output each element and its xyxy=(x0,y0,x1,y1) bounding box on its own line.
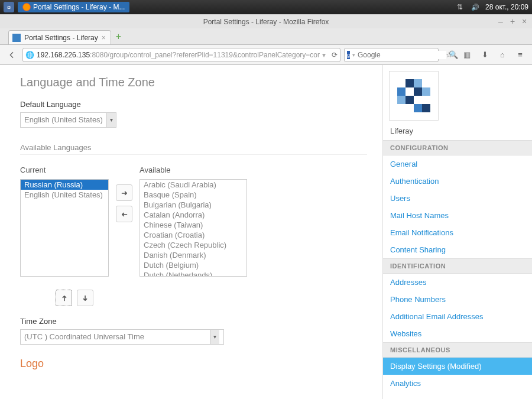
chevron-down-icon: ▾ xyxy=(210,330,219,344)
list-item[interactable]: Czech (Czech Republic) xyxy=(140,240,246,250)
os-menu-icon[interactable]: ¤ xyxy=(4,2,14,12)
search-input[interactable] xyxy=(358,51,446,59)
window-title: Portal Settings - Liferay - Mozilla Fire… xyxy=(203,18,329,26)
current-languages-list[interactable]: Russian (Russia)English (United States) xyxy=(20,179,109,277)
move-down-button[interactable]: ➜ xyxy=(77,290,93,306)
url-bar[interactable]: 🌐 192.168.226.135 :8080/group/control_pa… xyxy=(22,48,340,62)
arrow-down-icon: ➜ xyxy=(81,295,90,301)
reorder-buttons: ➜ ➜ xyxy=(56,290,367,306)
list-item[interactable]: Chinese (Taiwan) xyxy=(140,220,246,230)
available-list-header: Available xyxy=(140,166,247,174)
list-item[interactable]: Arabic (Saudi Arabia) xyxy=(140,180,246,190)
sidebar-link[interactable]: General xyxy=(383,155,532,173)
google-icon: g xyxy=(347,51,350,59)
portal-logo xyxy=(389,71,439,121)
main-content: Language and Time Zone Default Language … xyxy=(0,65,382,399)
tab-favicon xyxy=(12,34,21,42)
page-title: Language and Time Zone xyxy=(20,76,367,89)
window-titlebar: Portal Settings - Liferay - Mozilla Fire… xyxy=(0,14,532,28)
available-languages-heading: Available Languages xyxy=(20,143,367,155)
taskbar-title: Portal Settings - Liferay - M... xyxy=(33,3,125,11)
sidebar-link[interactable]: Content Sharing xyxy=(383,241,532,258)
list-item[interactable]: Basque (Spain) xyxy=(140,190,246,200)
portal-name: Liferay xyxy=(383,126,532,140)
menu-button[interactable]: ≡ xyxy=(513,48,527,62)
downloads-button[interactable]: ⬇ xyxy=(478,48,492,62)
window-close-button[interactable]: × xyxy=(520,17,528,26)
available-languages-list[interactable]: Arabic (Saudi Arabia)Basque (Spain)Bulga… xyxy=(140,179,247,277)
sidebar-link[interactable]: Additional Email Addresses xyxy=(383,308,532,325)
sidebar-section-header: IDENTIFICATION xyxy=(383,258,532,274)
sidebar-section-header: CONFIGURATION xyxy=(383,140,532,155)
list-item[interactable]: Russian (Russia) xyxy=(21,180,108,190)
timezone-label: Time Zone xyxy=(20,317,367,326)
browser-toolbar: 🌐 192.168.226.135 :8080/group/control_pa… xyxy=(0,45,532,65)
default-language-label: Default Language xyxy=(20,100,367,109)
sidebar-link[interactable]: Users xyxy=(383,190,532,207)
list-item[interactable]: Bulgarian (Bulgaria) xyxy=(140,200,246,210)
bookmark-star-button[interactable]: ☆ xyxy=(442,48,456,62)
page-viewport: Language and Time Zone Default Language … xyxy=(0,65,532,399)
sidebar-link[interactable]: Addresses xyxy=(383,274,532,291)
library-button[interactable]: ▥ xyxy=(460,48,474,62)
new-tab-button[interactable]: + xyxy=(116,31,121,42)
home-button[interactable]: ⌂ xyxy=(495,48,510,62)
dropdown-icon[interactable]: ▾ xyxy=(322,51,326,59)
clock[interactable]: 28 окт., 20:09 xyxy=(485,3,528,11)
arrow-left-icon: ➜ xyxy=(121,210,128,219)
move-up-button[interactable]: ➜ xyxy=(56,290,72,306)
move-right-button[interactable]: ➜ xyxy=(116,184,132,201)
sidebar-link[interactable]: Websites xyxy=(383,325,532,342)
list-item[interactable]: Danish (Denmark) xyxy=(140,250,246,260)
url-host: 192.168.226.135 xyxy=(37,51,90,59)
arrow-up-icon: ➜ xyxy=(60,295,69,301)
browser-search[interactable]: g ▾ 🔍 xyxy=(344,48,439,62)
list-item[interactable]: Dutch (Netherlands) xyxy=(140,270,246,277)
arrow-right-icon: ➜ xyxy=(121,189,128,197)
network-icon[interactable] xyxy=(457,3,465,11)
default-language-select[interactable]: English (United States)▾ xyxy=(20,112,116,128)
timezone-select[interactable]: (UTC ) Coordinated Universal Time▾ xyxy=(20,329,224,345)
sidebar-link[interactable]: Authentication xyxy=(383,173,532,190)
browser-tab[interactable]: Portal Settings - Liferay × xyxy=(8,30,111,44)
back-icon xyxy=(7,50,17,60)
sidebar-link[interactable]: Email Notifications xyxy=(383,224,532,241)
tab-title: Portal Settings - Liferay xyxy=(24,34,98,42)
sidebar-link[interactable]: Phone Numbers xyxy=(383,291,532,308)
current-list-header: Current xyxy=(20,166,109,174)
chevron-down-icon: ▾ xyxy=(106,113,116,127)
firefox-icon xyxy=(22,3,31,11)
window-minimize-button[interactable]: – xyxy=(497,17,505,26)
os-taskbar: ¤ Portal Settings - Liferay - M... 28 ок… xyxy=(0,0,532,14)
url-path: :8080/group/control_panel?refererPlid=11… xyxy=(90,51,320,59)
globe-icon: 🌐 xyxy=(25,51,34,59)
sidebar-link[interactable]: Mail Host Names xyxy=(383,207,532,224)
browser-tabbar: Portal Settings - Liferay × + xyxy=(0,28,532,45)
search-caret-icon[interactable]: ▾ xyxy=(352,52,355,58)
move-left-button[interactable]: ➜ xyxy=(116,206,132,222)
logo-section-heading: Logo xyxy=(20,358,367,370)
sidebar-link[interactable]: Display Settings (Modified) xyxy=(383,358,532,375)
settings-sidebar: Liferay CONFIGURATIONGeneralAuthenticati… xyxy=(382,65,532,399)
list-item[interactable]: Dutch (Belgium) xyxy=(140,260,246,270)
list-item[interactable]: English (United States) xyxy=(21,190,108,200)
list-item[interactable]: Croatian (Croatia) xyxy=(140,230,246,240)
liferay-logo-icon xyxy=(397,79,430,112)
back-button[interactable] xyxy=(5,48,19,62)
sidebar-link[interactable]: Analytics xyxy=(383,375,532,392)
sidebar-section-header: MISCELLANEOUS xyxy=(383,342,532,358)
system-tray: 28 окт., 20:09 xyxy=(457,3,528,11)
language-dual-list: Current Russian (Russia)English (United … xyxy=(20,166,367,277)
default-language-value: English (United States) xyxy=(21,113,106,126)
taskbar-app-firefox[interactable]: Portal Settings - Liferay - M... xyxy=(18,2,129,12)
list-item[interactable]: Catalan (Andorra) xyxy=(140,210,246,220)
sound-icon[interactable] xyxy=(471,3,479,11)
reload-button[interactable]: ⟳ xyxy=(332,51,338,59)
tab-close-button[interactable]: × xyxy=(102,34,106,42)
window-maximize-button[interactable]: + xyxy=(508,17,517,26)
timezone-value: (UTC ) Coordinated Universal Time xyxy=(21,330,210,343)
